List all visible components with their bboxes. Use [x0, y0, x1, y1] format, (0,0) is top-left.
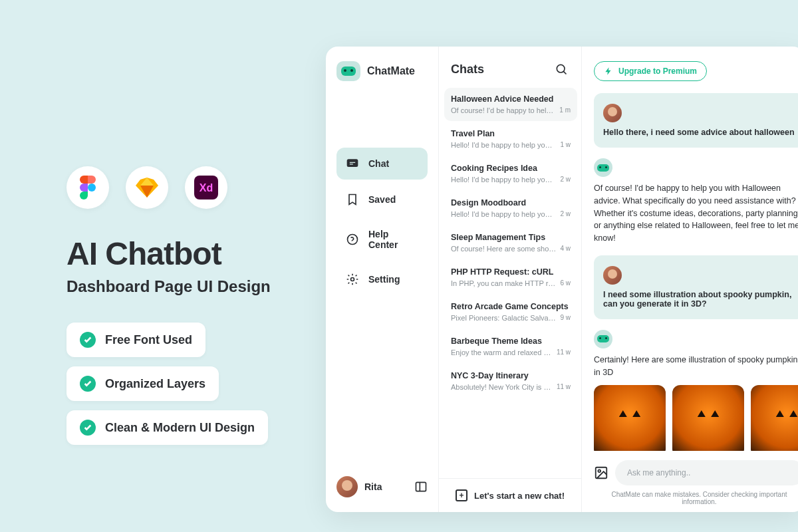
disclaimer-text: ChatMate can make mistakes. Consider che…: [594, 491, 798, 505]
tool-icons-row: Xd: [66, 166, 313, 209]
chat-time: 2 w: [560, 176, 571, 184]
brand-logo[interactable]: ChatMate: [336, 61, 428, 81]
user-name: Rita: [364, 481, 408, 492]
chats-column: Chats Halloween Advice NeededOf course! …: [439, 47, 582, 512]
figma-icon: [66, 166, 109, 209]
feature-chip: Organized Layers: [66, 366, 219, 401]
generated-images: [594, 385, 798, 451]
sidebar-item-setting[interactable]: Setting: [336, 263, 428, 295]
plus-icon: +: [456, 489, 467, 501]
chat-list[interactable]: Halloween Advice NeededOf course! I'd be…: [439, 84, 581, 478]
chat-preview: Hello! I'd be happy to help you w..: [451, 176, 556, 184]
chat-preview: Of course! Here are some short..: [451, 245, 556, 253]
sidebar: ChatMate Chat Saved Help Center Setting …: [326, 47, 439, 512]
xd-icon: Xd: [185, 166, 227, 209]
chat-list-item[interactable]: Design MoodboardHello! I'd be happy to h…: [444, 192, 577, 225]
bot-avatar-icon: [594, 330, 612, 348]
chat-preview: Enjoy the warm and relaxed out..: [451, 348, 553, 356]
chat-preview: Pixel Pioneers: Galactic Salvage: [451, 314, 556, 322]
subheadline: Dashboard Page UI Design: [66, 277, 313, 296]
chat-preview: Of course! I'd be happy to help y..: [451, 106, 555, 114]
upgrade-button[interactable]: Upgrade to Premium: [594, 61, 707, 81]
chat-time: 6 w: [560, 279, 571, 287]
avatar: [603, 266, 622, 285]
message-bot: Certainly! Here are some illustration of…: [594, 330, 798, 451]
input-row: Ask me anything..: [594, 460, 798, 485]
chat-list-item[interactable]: Retro Arcade Game ConceptsPixel Pioneers…: [444, 295, 577, 329]
chat-list-item[interactable]: Travel PlanHello! I'd be happy to help y…: [444, 122, 577, 156]
chat-preview: Hello! I'd be happy to help you w..: [451, 210, 556, 218]
gear-icon: [346, 273, 359, 286]
sidebar-item-chat[interactable]: Chat: [336, 148, 428, 180]
chat-list-item[interactable]: Barbeque Theme IdeasEnjoy the warm and r…: [444, 330, 577, 363]
chat-title: Design Moodboard: [451, 198, 571, 207]
chat-time: 11 w: [557, 348, 571, 356]
sketch-icon: [126, 166, 168, 209]
message-input[interactable]: Ask me anything..: [615, 460, 798, 485]
new-chat-label: Let's start a new chat!: [474, 491, 565, 501]
message-text: Of course! I'd be happy to help you with…: [594, 182, 798, 245]
chat-list-item[interactable]: PHP HTTP Request: cURLIn PHP, you can ma…: [444, 261, 577, 294]
message-text: Certainly! Here are some illustration of…: [594, 354, 798, 379]
nav-label: Help Center: [368, 229, 418, 250]
check-icon: [80, 376, 96, 392]
message-user: I need some illustration about spooky pu…: [594, 255, 798, 319]
chat-time: 2 w: [560, 210, 571, 218]
svg-point-5: [351, 278, 354, 281]
chat-preview: Absolutely! New York City is a vi..: [451, 383, 553, 391]
logo-icon: [336, 61, 360, 81]
generated-image[interactable]: [751, 385, 798, 451]
image-upload-icon[interactable]: [594, 466, 608, 480]
chat-title: Retro Arcade Game Concepts: [451, 302, 571, 311]
chat-preview: In PHP, you can make HTTP requ..: [451, 279, 556, 287]
svg-text:Xd: Xd: [200, 182, 213, 194]
help-icon: [346, 233, 359, 246]
nav-label: Chat: [368, 158, 389, 169]
message-bot: Of course! I'd be happy to help you with…: [594, 158, 798, 245]
svg-rect-3: [348, 160, 358, 166]
chat-list-item[interactable]: Cooking Recipes IdeaHello! I'd be happy …: [444, 157, 577, 190]
chat-title: NYC 3-Day Itinerary: [451, 371, 571, 380]
brand-name: ChatMate: [367, 65, 415, 77]
bookmark-icon: [346, 193, 359, 206]
sidebar-item-help[interactable]: Help Center: [336, 219, 428, 259]
bolt-icon: [604, 66, 613, 76]
feature-chip: Free Font Used: [66, 323, 205, 357]
message-user: Hello there, i need some advice about ha…: [594, 93, 798, 148]
check-icon: [80, 420, 96, 436]
chat-list-item[interactable]: Sleep Management TipsOf course! Here are…: [444, 226, 577, 259]
chat-title: Halloween Advice Needed: [451, 94, 571, 104]
bot-avatar-icon: [594, 158, 612, 177]
svg-point-9: [598, 469, 600, 472]
headline: AI Chatbot: [66, 235, 313, 272]
upgrade-label: Upgrade to Premium: [618, 66, 697, 76]
user-profile[interactable]: Rita: [336, 466, 428, 497]
message-text: I need some illustration about spooky pu…: [603, 290, 795, 309]
feature-text: Organized Layers: [105, 377, 205, 391]
chat-time: 11 w: [557, 383, 571, 391]
search-button[interactable]: [553, 61, 569, 77]
avatar: [603, 104, 622, 122]
generated-image[interactable]: [672, 385, 744, 451]
avatar: [336, 476, 358, 497]
svg-rect-6: [416, 482, 426, 491]
chat-time: 4 w: [560, 245, 571, 253]
chat-list-item[interactable]: Halloween Advice NeededOf course! I'd be…: [444, 88, 577, 121]
check-icon: [80, 332, 96, 348]
new-chat-button[interactable]: + Let's start a new chat!: [439, 478, 581, 512]
feature-text: Free Font Used: [105, 333, 192, 347]
panel-toggle-icon[interactable]: [414, 480, 428, 493]
chat-time: 1 w: [560, 141, 571, 149]
svg-point-0: [88, 184, 96, 192]
chat-list-item[interactable]: NYC 3-Day ItineraryAbsolutely! New York …: [444, 364, 577, 398]
chats-title: Chats: [451, 63, 484, 76]
generated-image[interactable]: [594, 385, 666, 451]
messages: Hello there, i need some advice about ha…: [594, 93, 798, 451]
message-text: Hello there, i need some advice about ha…: [603, 128, 795, 137]
chat-preview: Hello! I'd be happy to help you w..: [451, 141, 556, 149]
sidebar-item-saved[interactable]: Saved: [336, 184, 428, 215]
chat-time: 1 m: [559, 106, 571, 114]
chat-title: Cooking Recipes Idea: [451, 164, 571, 173]
svg-point-7: [557, 65, 565, 72]
chat-title: PHP HTTP Request: cURL: [451, 267, 571, 277]
